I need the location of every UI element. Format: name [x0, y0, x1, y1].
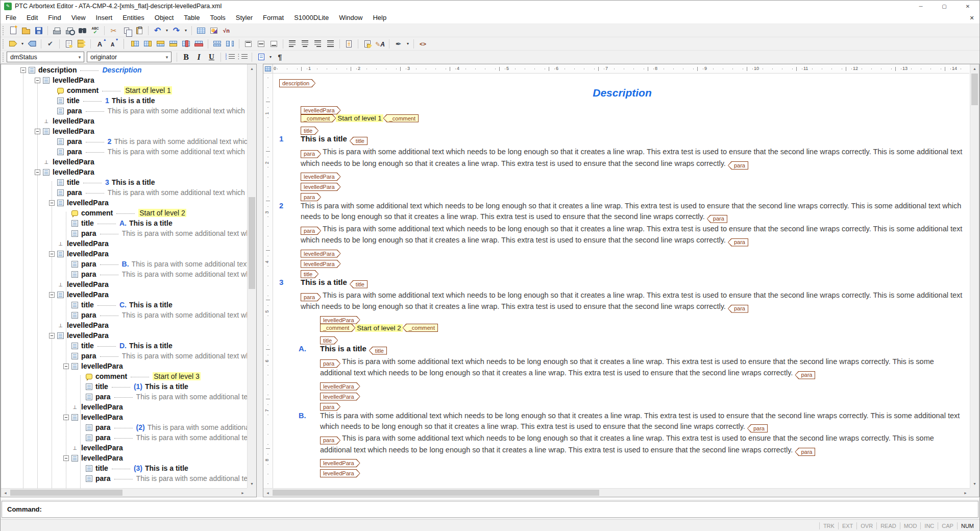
insert-table-button[interactable] [194, 25, 207, 36]
paragraph-text[interactable]: This is para with some additional text w… [320, 412, 960, 430]
tag-open-para[interactable]: para [301, 227, 321, 235]
tree-row-para[interactable]: paraThis is para with some additional te… [1, 106, 247, 116]
tree-row-para[interactable]: paraThis is para with some additional te… [1, 432, 247, 443]
tag-close-comment[interactable]: _comment [383, 114, 419, 123]
tag-close-title[interactable]: title [369, 347, 387, 355]
tree-row-comment[interactable]: commentStart of level 2 [1, 208, 247, 218]
tree-row-title[interactable]: title3This is a title [1, 177, 247, 187]
tag-close-para[interactable]: para [728, 238, 748, 247]
tag-open-levelledPara[interactable]: levelledPara [301, 183, 341, 191]
tag-close-comment[interactable]: _comment [403, 324, 438, 332]
table-insert-column-left-button[interactable] [129, 38, 141, 50]
tag-open-levelledPara[interactable]: levelledPara [301, 106, 341, 114]
tree-row-levelledPara[interactable]: ⊥levelledPara [1, 443, 247, 453]
tree-row-levelledPara[interactable]: levelledPara [1, 289, 247, 300]
document-edit-area[interactable]: descriptionDescriptionlevelledPara_comme… [273, 74, 969, 488]
title-text[interactable]: This is a title [320, 344, 366, 353]
modify-tag-button[interactable] [26, 38, 38, 50]
menu-styler[interactable]: Styler [231, 12, 258, 24]
tree-vscroll-thumb[interactable] [249, 197, 255, 289]
justify-center-button[interactable] [299, 38, 311, 50]
title-text[interactable]: This is a title [301, 134, 347, 143]
editor-paragraph[interactable]: paraThis is para with some additional te… [301, 147, 965, 170]
tag-open-comment[interactable]: _comment [301, 114, 336, 123]
menu-help[interactable]: Help [368, 12, 391, 24]
paragraph-text[interactable]: This is para with some additional text w… [320, 434, 934, 454]
paragraph-text[interactable]: This is para with some additional text w… [301, 225, 962, 245]
scroll-down-icon[interactable]: ▼ [970, 479, 979, 488]
editor-horizontal-scrollbar[interactable]: ◄ ► [263, 488, 970, 497]
table-delete-row-button[interactable] [192, 38, 205, 50]
tree-row-para[interactable]: paraThis is para with some additional te… [1, 351, 247, 361]
align-bottom-button[interactable] [267, 38, 280, 50]
tree-row-levelledPara[interactable]: ⊥levelledPara [1, 157, 247, 167]
tag-open-levelledPara[interactable]: levelledPara [320, 393, 360, 401]
tree-expander-icon[interactable] [49, 251, 55, 257]
scroll-left-icon[interactable]: ◄ [263, 489, 272, 497]
tree-row-para[interactable]: paraThis is para with some additional te… [1, 147, 247, 157]
tag-open-levelledPara[interactable]: levelledPara [320, 316, 360, 324]
copy-button[interactable] [120, 25, 133, 36]
scroll-down-icon[interactable]: ▼ [248, 479, 256, 488]
document-map-tree[interactable]: descriptionDescriptionlevelledParacommen… [1, 65, 247, 488]
insert-markup-button[interactable] [255, 52, 267, 63]
tag-close-para[interactable]: para [795, 448, 815, 456]
undo-dropdown[interactable]: ▾ [164, 25, 170, 36]
scroll-up-icon[interactable]: ▲ [970, 64, 979, 73]
tree-row-comment[interactable]: commentStart of level 3 [1, 371, 247, 381]
editor-paragraph[interactable]: paraThis is para with some additional te… [301, 290, 965, 313]
show-tags-button[interactable] [75, 38, 88, 50]
maximize-button[interactable]: ▢ [933, 1, 956, 12]
paragraph-text[interactable]: This is para with some additional text w… [320, 357, 934, 377]
print-preview-button[interactable] [63, 25, 76, 36]
tag-close-para[interactable]: para [795, 371, 815, 379]
tree-row-levelledPara[interactable]: levelledPara [1, 75, 247, 85]
close-button[interactable]: ✕ [956, 1, 979, 12]
tag-open-levelledPara[interactable]: levelledPara [301, 260, 341, 268]
justify-full-button[interactable] [324, 38, 337, 50]
editor-hscroll-thumb[interactable] [273, 490, 599, 496]
tree-expander-icon[interactable] [49, 292, 55, 298]
scroll-left-icon[interactable]: ◄ [1, 489, 10, 497]
tree-row-comment[interactable]: commentStart of level 1 [1, 85, 247, 95]
tree-row-levelledPara[interactable]: levelledPara [1, 453, 247, 463]
paste-button[interactable] [133, 25, 145, 36]
menu-table[interactable]: Table [179, 12, 205, 24]
tag-open-para[interactable]: para [320, 359, 340, 368]
menu-object[interactable]: Object [150, 12, 179, 24]
tree-expander-icon[interactable] [63, 415, 69, 420]
tag-open-description[interactable]: description [279, 79, 315, 87]
menu-file[interactable]: File [1, 12, 21, 24]
tag-close-para[interactable]: para [707, 215, 727, 223]
editor-paragraph[interactable]: 2This is para with some additional text … [301, 201, 965, 223]
tree-row-title[interactable]: title1This is a title [1, 95, 247, 106]
tree-expander-icon[interactable] [49, 333, 55, 339]
menu-view[interactable]: View [66, 12, 91, 24]
table-insert-row-below-button[interactable] [167, 38, 180, 50]
tree-horizontal-scrollbar[interactable]: ◄ ► [1, 488, 247, 497]
cut-button[interactable]: ✂ [107, 25, 120, 36]
tree-expander-icon[interactable] [35, 129, 40, 134]
tag-open-para[interactable]: para [301, 150, 321, 158]
tree-row-levelledPara[interactable]: ⊥levelledPara [1, 402, 247, 412]
tree-row-levelledPara[interactable]: ⊥levelledPara [1, 279, 247, 289]
tree-row-title[interactable]: title(3)This is a title [1, 463, 247, 473]
spell-check-button[interactable] [89, 25, 102, 36]
tree-row-para[interactable]: paraThis is para with some additional te… [1, 269, 247, 279]
tag-open-para[interactable]: para [320, 403, 340, 411]
tree-row-levelledPara[interactable]: levelledPara [1, 330, 247, 341]
tree-expander-icon[interactable] [20, 67, 26, 73]
scroll-right-icon[interactable]: ► [238, 489, 247, 497]
menu-entities[interactable]: Entities [117, 12, 150, 24]
list-format-button[interactable] [342, 38, 355, 50]
tree-expander-icon[interactable] [63, 364, 69, 369]
minimize-button[interactable]: ─ [909, 1, 933, 12]
tree-row-levelledPara[interactable]: levelledPara [1, 198, 247, 208]
view-markup-button[interactable]: <> [416, 38, 429, 50]
tree-expander-icon[interactable] [35, 78, 40, 83]
tag-open-para[interactable]: para [301, 293, 321, 301]
underline-button[interactable]: U [205, 52, 218, 63]
editor-paragraph[interactable]: paraThis is para with some additional te… [301, 224, 965, 247]
tree-row-para[interactable]: paraThis is para with some additional te… [1, 473, 247, 484]
undo-button[interactable]: ↶ [151, 25, 164, 36]
